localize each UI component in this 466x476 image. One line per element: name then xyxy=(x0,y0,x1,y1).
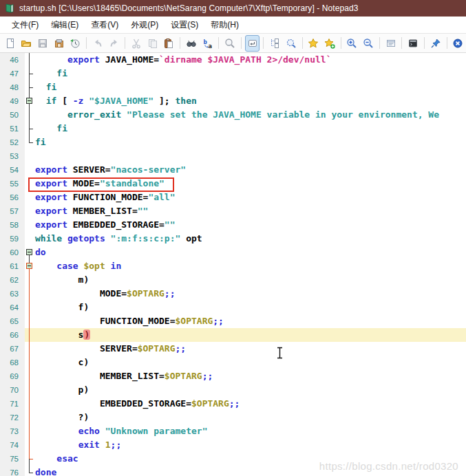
find-button[interactable] xyxy=(184,35,199,52)
save-as-button[interactable] xyxy=(52,35,67,52)
menu-bar: 文件(F)编辑(E)查看(V)外观(P)设置(S)帮助(H) xyxy=(0,17,466,34)
code-text: export FUNCTION_MODE="all" xyxy=(34,191,466,204)
open-file-icon xyxy=(21,38,32,49)
code-text xyxy=(34,149,466,163)
code-line-63[interactable]: 63 MODE=$OPTARG;; xyxy=(0,287,466,301)
fold-guide xyxy=(25,80,34,94)
toggle-folds-button[interactable] xyxy=(267,35,282,52)
zoom-in-icon xyxy=(346,38,357,49)
code-line-57[interactable]: 57export MEMBER_LIST="" xyxy=(0,204,466,218)
code-line-68[interactable]: 68 c) xyxy=(0,356,466,369)
fold-guide xyxy=(25,218,34,232)
favorites-icon xyxy=(308,38,319,49)
code-text: p) xyxy=(34,383,466,397)
replace-icon: ba xyxy=(202,38,213,49)
exit-button[interactable] xyxy=(450,35,465,52)
fold-marker[interactable] xyxy=(25,259,34,273)
code-line-50[interactable]: 50 error_exit "Please set the JAVA_HOME … xyxy=(0,108,466,122)
code-line-69[interactable]: 69 MEMBER_LIST=$OPTARG;; xyxy=(0,369,466,383)
open-file-button[interactable] xyxy=(19,35,34,52)
zoom-out-button[interactable] xyxy=(361,35,376,52)
pin-on-top-button[interactable] xyxy=(428,35,443,52)
paste-icon xyxy=(163,38,174,49)
code-line-71[interactable]: 71 EMBEDDED_STORAGE=$OPTARG;; xyxy=(0,397,466,411)
zoom-view-button[interactable] xyxy=(284,35,299,52)
code-line-62[interactable]: 62 m) xyxy=(0,273,466,287)
line-body: export FUNCTION_MODE="all" xyxy=(25,191,466,204)
fold-guide xyxy=(25,204,34,218)
title-bar[interactable]: startup.sh [C:\Users\18465\Documents\Net… xyxy=(0,0,466,17)
svg-text:b: b xyxy=(203,38,207,45)
code-text: export EMBEDDED_STORAGE="" xyxy=(34,218,466,232)
line-body: fi xyxy=(25,67,466,80)
menu-item-2[interactable]: 查看(V) xyxy=(85,17,125,33)
code-line-56[interactable]: 56export FUNCTION_MODE="all" xyxy=(0,191,466,204)
console-button[interactable] xyxy=(405,35,421,52)
code-text: fi xyxy=(34,122,466,136)
line-number: 53 xyxy=(0,149,25,163)
code-line-54[interactable]: 54export SERVER="nacos-server" xyxy=(0,163,466,177)
code-text: error_exit "Please set the JAVA_HOME var… xyxy=(34,108,466,122)
code-text: ?) xyxy=(34,411,466,424)
line-number: 72 xyxy=(0,411,25,424)
paste-button[interactable] xyxy=(162,35,177,52)
code-line-55[interactable]: 55export MODE="standalone" xyxy=(0,177,466,191)
zoom-view-icon xyxy=(286,38,297,49)
code-line-66[interactable]: 66 s) xyxy=(0,328,466,342)
code-text: s) xyxy=(34,328,466,342)
current-line-highlight: s) xyxy=(25,328,466,342)
code-line-72[interactable]: 72 ?) xyxy=(0,411,466,424)
code-line-49[interactable]: 49 if [ -z "$JAVA_HOME" ]; then xyxy=(0,94,466,108)
code-line-53[interactable]: 53 xyxy=(0,149,466,163)
settings-list-button[interactable] xyxy=(383,35,399,52)
zoom-in-button[interactable] xyxy=(345,35,360,52)
replace-button[interactable]: ba xyxy=(200,35,215,52)
new-file-button[interactable] xyxy=(3,35,18,52)
line-number: 66 xyxy=(0,328,25,342)
menu-item-0[interactable]: 文件(F) xyxy=(6,17,45,33)
line-body: m) xyxy=(25,273,466,287)
line-number: 65 xyxy=(0,314,25,328)
code-editor[interactable]: 46 export JAVA_HOME=`dirname $JAVA_PATH … xyxy=(0,53,466,476)
code-line-51[interactable]: 51 fi xyxy=(0,122,466,136)
line-number: 68 xyxy=(0,356,25,369)
word-wrap-button[interactable] xyxy=(245,35,260,52)
toolbar-separator xyxy=(447,37,447,49)
toolbar-separator xyxy=(241,37,242,49)
fold-collapse-box[interactable] xyxy=(26,98,32,104)
menu-item-4[interactable]: 设置(S) xyxy=(165,17,204,33)
open-recent-button[interactable] xyxy=(68,35,83,52)
code-line-46[interactable]: 46 export JAVA_HOME=`dirname $JAVA_PATH … xyxy=(0,53,466,67)
fold-collapse-box[interactable] xyxy=(26,263,32,269)
code-line-65[interactable]: 65 FUNCTION_MODE=$OPTARG;; xyxy=(0,314,466,328)
code-line-59[interactable]: 59while getopts ":m:f:s:c:p:" opt xyxy=(0,232,466,246)
menu-item-1[interactable]: 编辑(E) xyxy=(45,17,85,33)
code-line-47[interactable]: 47 fi xyxy=(0,67,466,80)
add-favorite-icon xyxy=(324,38,335,49)
fold-guide xyxy=(25,342,34,356)
code-line-64[interactable]: 64 f) xyxy=(0,301,466,314)
line-number: 58 xyxy=(0,218,25,232)
code-line-74[interactable]: 74 exit 1;; xyxy=(0,438,466,452)
code-text: EMBEDDED_STORAGE=$OPTARG;; xyxy=(34,397,466,411)
line-body xyxy=(25,149,466,163)
fold-marker[interactable] xyxy=(25,94,34,108)
code-line-48[interactable]: 48 fi xyxy=(0,80,466,94)
code-line-58[interactable]: 58export EMBEDDED_STORAGE="" xyxy=(0,218,466,232)
menu-item-3[interactable]: 外观(P) xyxy=(125,17,165,33)
code-line-61[interactable]: 61 case $opt in xyxy=(0,259,466,273)
fold-collapse-box[interactable] xyxy=(26,249,32,255)
fold-marker[interactable] xyxy=(25,246,34,259)
exit-icon xyxy=(452,38,463,49)
find-in-files-button[interactable] xyxy=(222,35,237,52)
code-line-67[interactable]: 67 SERVER=$OPTARG;; xyxy=(0,342,466,356)
code-line-60[interactable]: 60do xyxy=(0,246,466,259)
menu-item-5[interactable]: 帮助(H) xyxy=(204,17,245,33)
save-button xyxy=(35,35,50,52)
favorites-button[interactable] xyxy=(306,35,321,52)
code-line-73[interactable]: 73 echo "Unknown parameter" xyxy=(0,424,466,438)
code-line-52[interactable]: 52fi xyxy=(0,136,466,149)
code-line-70[interactable]: 70 p) xyxy=(0,383,466,397)
add-favorite-button[interactable] xyxy=(322,35,337,52)
code-text: SERVER=$OPTARG;; xyxy=(34,342,466,356)
